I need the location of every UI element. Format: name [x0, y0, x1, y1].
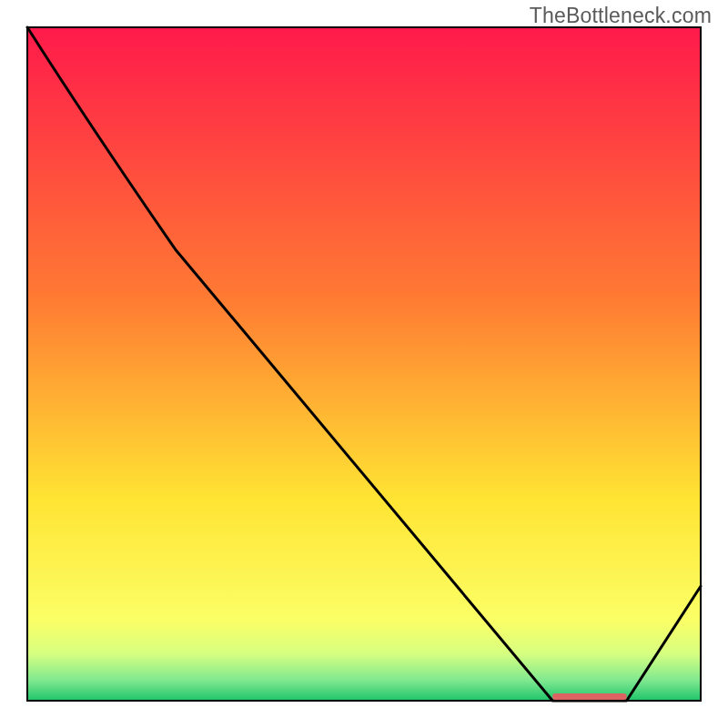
- chart-container: TheBottleneck.com: [0, 0, 728, 728]
- plot-background: [27, 27, 701, 701]
- watermark-text: TheBottleneck.com: [530, 4, 712, 28]
- optimal-segment-marker: [552, 693, 626, 700]
- bottleneck-chart: [0, 0, 728, 728]
